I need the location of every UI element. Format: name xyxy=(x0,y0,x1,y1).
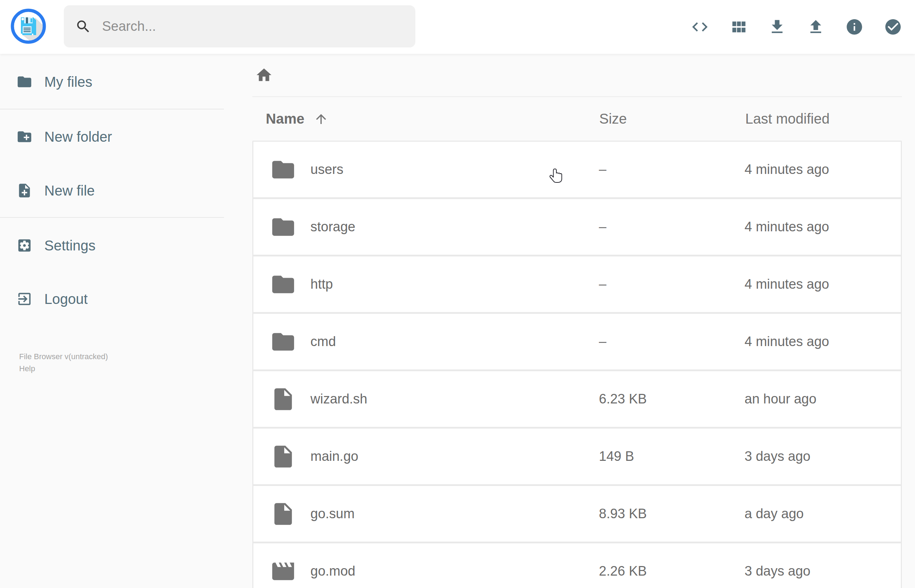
name-column-label: Name xyxy=(266,111,304,127)
sort-ascending-icon xyxy=(314,111,328,126)
info-icon xyxy=(845,18,863,36)
listing-header: Name Size Last modified xyxy=(252,97,902,141)
file-name: cmd xyxy=(310,334,336,349)
file-listing: users – 4 minutes ago storage – 4 minute… xyxy=(252,141,902,588)
home-breadcrumb-button[interactable] xyxy=(255,66,273,84)
sidebar: My files New folder New file Settings Lo… xyxy=(0,54,224,588)
sort-by-name-header[interactable]: Name xyxy=(266,97,328,141)
app-version-text: File Browser v(untracked) xyxy=(19,352,108,361)
file-size: – xyxy=(599,219,606,234)
filebrowser-app: { "app": { "name": "File Browser" }, "co… xyxy=(0,0,915,588)
file-row-go-mod[interactable]: go.mod 2.26 KB 3 days ago xyxy=(253,543,901,588)
sidebar-item-label: New folder xyxy=(44,129,112,145)
folder-icon xyxy=(270,214,296,240)
file-row-storage[interactable]: storage – 4 minutes ago xyxy=(253,199,901,257)
settings-icon xyxy=(16,237,32,254)
switch-view-button[interactable] xyxy=(691,18,709,36)
sidebar-divider xyxy=(0,217,224,218)
info-button[interactable] xyxy=(845,18,863,36)
grid-view-button[interactable] xyxy=(729,18,748,36)
upload-icon xyxy=(807,18,825,36)
search-input[interactable] xyxy=(101,18,393,34)
file-row-wizard-sh[interactable]: wizard.sh 6.23 KB an hour ago xyxy=(253,371,901,429)
file-row-main-go[interactable]: main.go 149 B 3 days ago xyxy=(253,429,901,486)
file-modified: 4 minutes ago xyxy=(745,162,829,177)
file-icon xyxy=(270,386,296,412)
download-button[interactable] xyxy=(768,18,786,36)
file-size: – xyxy=(599,277,606,292)
file-name: users xyxy=(310,162,343,177)
file-row-http[interactable]: http – 4 minutes ago xyxy=(253,257,901,314)
top-bar xyxy=(0,0,915,54)
sidebar-item-label: My files xyxy=(44,74,92,90)
sidebar-item-label: Logout xyxy=(44,291,87,307)
sidebar-item-my-files[interactable]: My files xyxy=(0,66,224,98)
sidebar-item-new-file[interactable]: New file xyxy=(0,174,224,207)
folder-icon xyxy=(270,271,296,297)
header-actions xyxy=(691,0,902,54)
file-modified: 4 minutes ago xyxy=(745,219,829,234)
file-modified: 4 minutes ago xyxy=(745,277,829,292)
sidebar-item-new-folder[interactable]: New folder xyxy=(0,120,224,153)
sidebar-item-logout[interactable]: Logout xyxy=(0,283,224,315)
file-size: 149 B xyxy=(599,449,634,464)
sort-by-modified-header[interactable]: Last modified xyxy=(745,97,829,141)
video-file-icon xyxy=(270,558,296,585)
sidebar-item-label: New file xyxy=(44,183,95,199)
logout-icon xyxy=(16,291,32,307)
file-modified: an hour ago xyxy=(745,391,816,407)
folder-icon xyxy=(270,157,296,183)
breadcrumb xyxy=(252,54,902,96)
sidebar-item-settings[interactable]: Settings xyxy=(0,229,224,262)
file-size: 8.93 KB xyxy=(599,506,647,522)
check-circle-icon xyxy=(884,18,902,36)
sort-by-size-header[interactable]: Size xyxy=(599,97,627,141)
file-modified: 4 minutes ago xyxy=(745,334,829,349)
search-icon xyxy=(75,18,91,35)
floppy-disk-logo-icon xyxy=(10,8,47,45)
sidebar-footer: File Browser v(untracked) Help xyxy=(19,351,108,375)
file-size: – xyxy=(599,162,606,177)
file-modified: a day ago xyxy=(745,506,804,522)
file-row-users[interactable]: users – 4 minutes ago xyxy=(253,142,901,199)
file-listing-area: Name Size Last modified users – 4 minute… xyxy=(224,54,915,588)
file-row-go-sum[interactable]: go.sum 8.93 KB a day ago xyxy=(253,486,901,543)
sidebar-divider xyxy=(0,109,224,110)
help-link[interactable]: Help xyxy=(19,363,108,375)
new-file-icon xyxy=(16,183,32,199)
folder-icon xyxy=(270,329,296,355)
size-column-label: Size xyxy=(599,111,627,127)
file-name: storage xyxy=(310,219,356,234)
download-icon xyxy=(768,18,786,36)
file-size: 6.23 KB xyxy=(599,391,647,407)
file-size: – xyxy=(599,334,606,349)
app-logo[interactable] xyxy=(10,8,47,45)
select-multiple-button[interactable] xyxy=(884,18,902,36)
file-modified: 3 days ago xyxy=(745,564,810,579)
file-name: main.go xyxy=(310,449,358,464)
folder-icon xyxy=(16,74,32,90)
search-bar[interactable] xyxy=(64,5,415,47)
sidebar-item-label: Settings xyxy=(44,237,96,254)
file-icon xyxy=(270,443,296,470)
file-modified: 3 days ago xyxy=(745,449,810,464)
file-size: 2.26 KB xyxy=(599,564,647,579)
new-folder-icon xyxy=(16,129,32,145)
grid-icon xyxy=(729,18,748,36)
file-icon xyxy=(270,501,296,527)
file-name: go.mod xyxy=(310,564,356,579)
file-name: wizard.sh xyxy=(310,391,367,407)
modified-column-label: Last modified xyxy=(745,111,829,127)
file-name: http xyxy=(310,277,333,292)
code-icon xyxy=(691,18,709,36)
upload-button[interactable] xyxy=(807,18,825,36)
file-row-cmd[interactable]: cmd – 4 minutes ago xyxy=(253,314,901,371)
file-name: go.sum xyxy=(310,506,355,522)
